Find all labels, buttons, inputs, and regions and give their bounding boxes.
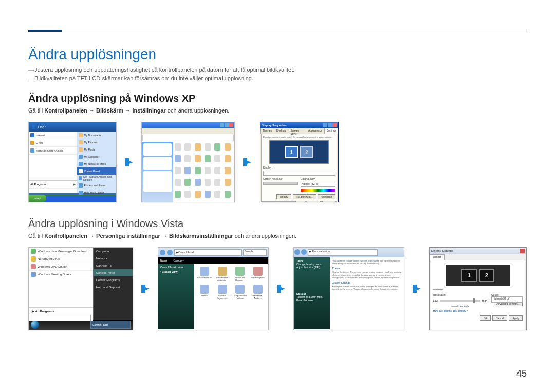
xp-sr-3: My Computer (84, 155, 100, 158)
xp-allprog: All Programs (30, 183, 46, 186)
vista-personalization-screenshot: ▶ Personalization Tasks Change desktop i… (293, 247, 404, 330)
xp-colorlbl: Color quality (301, 177, 315, 180)
cp-item-icon (225, 179, 231, 186)
vi-cp-crumb: Control Panel (178, 251, 194, 254)
xp-section-title: Ändra upplösning på Windows XP (28, 92, 527, 104)
cp-item-icon (205, 191, 211, 198)
cp-item-icon (175, 143, 181, 151)
cp-item: Performance Informatio... (215, 267, 230, 282)
xp-sr-5: Control Panel (84, 170, 100, 173)
cp-item: Personalizati on (197, 267, 212, 282)
vi-ps-5: Ease of Access (296, 298, 328, 302)
arrow-icon (123, 156, 135, 169)
xp-instr-b2: Bildskärm (96, 107, 123, 114)
vi-pers-crumb: Personalization (312, 250, 330, 253)
accent-bar (28, 30, 62, 32)
note-1-text: Justera upplösning och uppdateringshasti… (34, 67, 294, 73)
vi-ds-dots: ********** (433, 288, 523, 291)
cp-item-icon (225, 191, 231, 198)
xp-user: User (38, 125, 46, 129)
vi-ds-apply: Apply (509, 315, 523, 321)
vi-ds-cancel: Cancel (492, 315, 508, 321)
cp-item-icon (200, 267, 209, 276)
note-2-text: Bildkvaliteten på TFT-LCD-skärmar kan fö… (34, 75, 253, 81)
vi-ds-ok: OK (480, 315, 491, 321)
xp-mon-2: 2 (300, 146, 313, 158)
xp-instr-a1: → (87, 107, 96, 114)
cp-item-label: Programs and Features (233, 294, 247, 300)
arrow-icon (411, 283, 423, 295)
cp-item-label: Power Options (251, 276, 265, 279)
cp-item-icon (218, 285, 227, 294)
cp-item-icon (184, 179, 191, 186)
vi-instr-a1: → (87, 233, 96, 239)
cp-item-icon (253, 267, 263, 276)
xp-btn-trouble: Troubleshoot... (293, 194, 316, 199)
vi-sl-1: Norton AntiVirus (38, 257, 60, 260)
vi-pers-disp: Display Settings (332, 281, 402, 284)
vi-cp-side1: Control Panel Home (160, 266, 192, 269)
xp-sr-1: My Pictures (84, 141, 98, 144)
vi-sl-2: Windows DVD Maker (38, 265, 67, 268)
vi-instr-b2: Personliga inställningar (96, 233, 160, 239)
vi-ds-link: How do I get the best display? (433, 309, 468, 312)
vi-ds-low: Low (433, 299, 438, 302)
vista-display-settings-screenshot: Display Settings Monitor 1 2 ********** … (429, 247, 527, 330)
vi-mon-1: 1 (461, 269, 477, 282)
vi-instr-b1: Kontrollpanelen (44, 233, 87, 239)
xp-instr-post: och ändra upplösningen. (166, 107, 230, 114)
xp-instr-a2: → (123, 107, 132, 114)
cp-item: Problem Reports a... (215, 285, 230, 300)
vi-ds-title: Display Settings (431, 249, 453, 252)
vi-cp-h0: Name (160, 259, 167, 262)
vi-instr-post: och ändra upplösningen. (233, 233, 297, 239)
cp-item-icon (214, 179, 220, 186)
xp-instr-b3: Inställningar (132, 107, 165, 114)
xp-disp-title: Display Properties (262, 124, 287, 127)
cp-item-icon (225, 143, 231, 151)
vi-cp-search: Search (243, 249, 267, 256)
cp-item-icon (195, 167, 201, 174)
xp-start-button: start (29, 195, 46, 202)
vista-orb-icon (31, 321, 39, 329)
cp-item-icon (195, 143, 201, 151)
cp-item-icon (214, 167, 220, 174)
cp-item-icon (235, 285, 245, 294)
xp-sl-1: E-mail (36, 141, 43, 144)
xp-display-properties-screenshot: Display Properties Themes Desktop Screen… (260, 122, 339, 202)
xp-btn-ok: OK (295, 201, 305, 202)
xp-control-panel-screenshot (141, 122, 235, 202)
cp-item-icon (175, 155, 181, 162)
cp-item-label: Performance Informatio... (215, 276, 230, 282)
xp-tab-2: Screen Saver (288, 128, 306, 134)
vi-ds-tab: Monitor (430, 254, 445, 260)
cp-item-label: Printers (201, 294, 208, 297)
note-2: ―Bildkvaliteten på TFT-LCD-skärmar kan f… (28, 75, 527, 81)
xp-sr-8: Help and Support (84, 191, 104, 194)
xp-sr-6: Set Program Access and Defaults (83, 175, 115, 181)
vi-sr-1: Network (94, 255, 133, 262)
xp-mon-1: 1 (285, 146, 298, 158)
cp-item-icon (225, 167, 231, 174)
vi-pers-theme: Theme (332, 267, 402, 270)
cp-item: Printers (197, 285, 212, 300)
vi-ds-colval: Highest (32 bit) (491, 296, 523, 303)
cp-item-icon (184, 143, 191, 151)
note-1: ―Justera upplösning och uppdateringshast… (28, 67, 527, 73)
vi-cp-h1: Category (173, 259, 183, 262)
cp-item-icon (175, 167, 181, 174)
xp-sr-2: My Music (84, 148, 95, 151)
vi-ds-high: High (482, 299, 487, 302)
xp-sr-0: My Documents (84, 134, 101, 137)
xp-sr-7: Printers and Faxes (84, 184, 106, 187)
cp-item: Power Options (250, 267, 265, 282)
xp-colorval: Highest (32 bit) (301, 182, 335, 187)
xp-sr-4: My Network Places (84, 162, 106, 165)
xp-tab-1: Desktop (274, 128, 288, 134)
vista-control-panel-screenshot: ▶ Control Panel Search NameCategory Cont… (158, 247, 269, 330)
cp-item-icon (205, 143, 211, 151)
cp-item-icon (175, 179, 181, 186)
cp-item-label: Problem Reports a... (215, 294, 230, 300)
cp-item-icon (205, 179, 211, 186)
vi-instr-a2: → (160, 233, 169, 239)
